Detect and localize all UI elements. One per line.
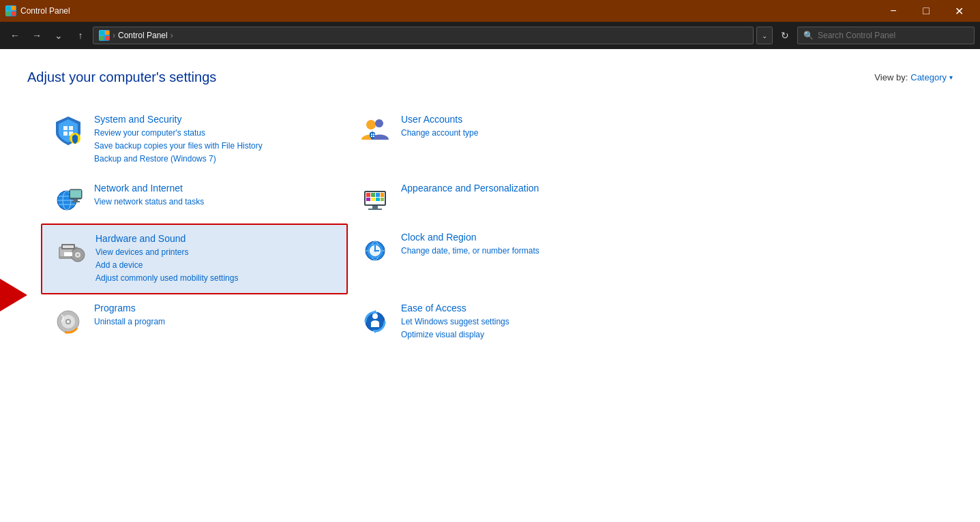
clock-region-content: Clock and Region Change date, time, or n… (401, 232, 644, 258)
svg-rect-3 (12, 12, 16, 16)
hardware-sound-link-3[interactable]: Adjust commonly used mobility settings (95, 272, 336, 285)
svg-rect-9 (69, 126, 73, 130)
category-appearance[interactable]: Appearance and Personalization (348, 174, 655, 224)
category-system-security[interactable]: System and Security Review your computer… (41, 106, 348, 174)
title-bar: Control Panel − □ ✕ (0, 0, 980, 22)
svg-rect-10 (63, 132, 68, 136)
clock-region-icon (359, 232, 391, 264)
ease-of-access-link-1[interactable]: Let Windows suggest settings (401, 316, 644, 328)
recent-pages-button[interactable]: ⌄ (49, 26, 68, 45)
address-bar: ← → ⌄ ↑ › Control Panel › ⌄ ↻ 🔍 (0, 22, 980, 49)
search-box[interactable]: 🔍 (797, 27, 975, 44)
svg-rect-5 (105, 31, 109, 35)
maximize-button[interactable]: □ (910, 0, 942, 22)
svg-rect-4 (100, 31, 104, 35)
svg-rect-33 (381, 193, 384, 197)
system-security-link-1[interactable]: Review your computer's status (94, 127, 337, 140)
category-network-internet[interactable]: Network and Internet View network status… (41, 174, 348, 224)
minimize-button[interactable]: − (878, 0, 909, 22)
ease-of-access-icon (359, 303, 391, 335)
address-chevron-button[interactable]: ⌄ (756, 27, 773, 44)
svg-rect-30 (366, 193, 370, 197)
hardware-sound-link-1[interactable]: View devices and printers (95, 246, 336, 259)
window-controls: − □ ✕ (878, 0, 975, 22)
view-by-chevron-icon[interactable]: ▾ (949, 74, 953, 81)
appearance-title[interactable]: Appearance and Personalization (401, 183, 644, 194)
search-input[interactable] (818, 31, 968, 40)
svg-point-59 (67, 320, 70, 323)
main-content: Adjust your computer's settings View by:… (0, 49, 980, 522)
svg-point-55 (374, 249, 376, 251)
svg-point-14 (375, 119, 383, 127)
network-internet-link-1[interactable]: View network status and tasks (94, 196, 337, 209)
svg-point-46 (77, 254, 79, 256)
app-icon (5, 5, 16, 16)
system-security-icon (52, 114, 85, 147)
user-accounts-title[interactable]: User Accounts (401, 114, 644, 125)
svg-rect-1 (12, 6, 16, 10)
svg-rect-26 (74, 199, 78, 201)
svg-rect-2 (6, 12, 10, 16)
forward-button[interactable]: → (27, 26, 46, 45)
content-area: System and Security Review your computer… (27, 106, 953, 350)
close-button[interactable]: ✕ (943, 0, 975, 22)
up-button[interactable]: ↑ (71, 26, 90, 45)
system-security-content: System and Security Review your computer… (94, 114, 337, 166)
clock-region-title[interactable]: Clock and Region (401, 232, 644, 243)
back-button[interactable]: ← (5, 26, 25, 45)
network-internet-title[interactable]: Network and Internet (94, 183, 337, 194)
svg-rect-0 (6, 6, 10, 10)
category-user-accounts[interactable]: User Accounts Change account type (348, 106, 655, 174)
page-header: Adjust your computer's settings View by:… (27, 70, 953, 85)
ease-of-access-content: Ease of Access Let Windows suggest setti… (401, 303, 644, 341)
category-clock-region[interactable]: Clock and Region Change date, time, or n… (348, 224, 655, 295)
search-icon: 🔍 (803, 31, 814, 40)
refresh-button[interactable]: ↻ (775, 26, 795, 45)
view-by-label: View by: (874, 72, 908, 82)
appearance-content: Appearance and Personalization (401, 183, 644, 196)
category-programs[interactable]: Programs Uninstall a program (41, 294, 348, 350)
arrow-indicator (0, 275, 27, 316)
address-path-box[interactable]: › Control Panel › (93, 27, 754, 44)
categories-grid: System and Security Review your computer… (41, 106, 655, 350)
svg-rect-39 (368, 209, 382, 210)
svg-rect-8 (63, 126, 68, 130)
svg-point-62 (372, 313, 378, 319)
hardware-sound-link-2[interactable]: Add a device (95, 259, 336, 272)
view-by-selector: View by: Category ▾ (874, 72, 953, 82)
svg-rect-18 (373, 136, 374, 137)
svg-rect-31 (371, 193, 375, 197)
system-security-link-2[interactable]: Save backup copies your files with File … (94, 140, 337, 153)
category-hardware-sound[interactable]: Hardware and Sound View devices and prin… (41, 224, 348, 295)
clock-region-link-1[interactable]: Change date, time, or number formats (401, 245, 644, 258)
svg-rect-16 (373, 134, 374, 135)
path-separator-2: › (170, 31, 173, 40)
programs-title[interactable]: Programs (94, 303, 337, 313)
svg-rect-35 (371, 198, 375, 201)
network-internet-content: Network and Internet View network status… (94, 183, 337, 209)
svg-rect-36 (376, 198, 380, 201)
programs-icon (52, 303, 85, 335)
svg-rect-15 (371, 134, 372, 135)
system-security-link-3[interactable]: Backup and Restore (Windows 7) (94, 153, 337, 166)
path-label: Control Panel (118, 31, 168, 40)
ease-of-access-title[interactable]: Ease of Access (401, 303, 644, 313)
svg-rect-38 (372, 206, 378, 209)
hardware-sound-title[interactable]: Hardware and Sound (95, 233, 336, 244)
svg-rect-47 (64, 252, 72, 256)
system-security-title[interactable]: System and Security (94, 114, 337, 125)
ease-of-access-link-2[interactable]: Optimize visual display (401, 328, 644, 341)
svg-rect-25 (70, 190, 81, 198)
page-title: Adjust your computer's settings (27, 70, 216, 85)
svg-rect-32 (376, 193, 380, 197)
network-internet-icon (52, 183, 85, 215)
svg-rect-43 (63, 245, 74, 248)
path-folder-icon (99, 30, 110, 41)
category-ease-of-access[interactable]: Ease of Access Let Windows suggest setti… (348, 294, 655, 350)
user-accounts-link-1[interactable]: Change account type (401, 127, 644, 140)
svg-rect-27 (72, 201, 80, 202)
view-by-value[interactable]: Category (910, 72, 947, 82)
svg-rect-17 (371, 136, 372, 137)
user-accounts-content: User Accounts Change account type (401, 114, 644, 140)
programs-link-1[interactable]: Uninstall a program (94, 316, 337, 328)
